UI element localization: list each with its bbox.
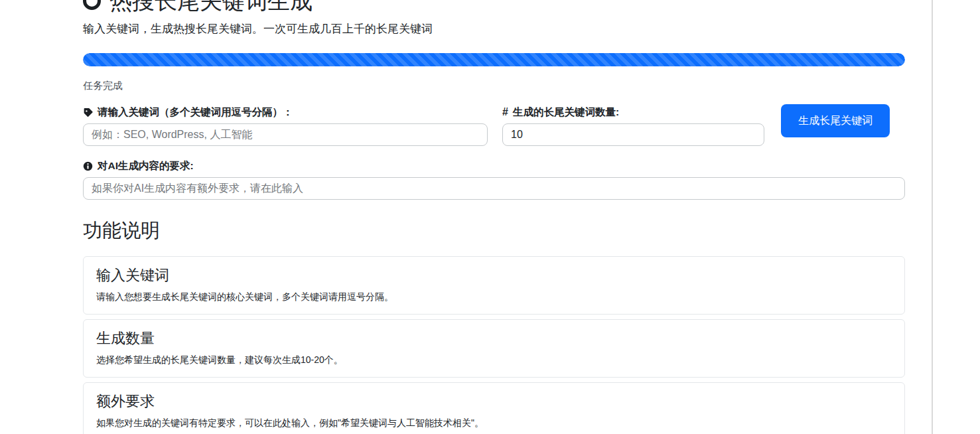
requirements-label-text: 对AI生成内容的要求: — [98, 160, 194, 172]
vertical-divider — [932, 0, 933, 434]
card-title: 额外要求 — [96, 392, 892, 411]
count-field-group: # 生成的长尾关键词数量: — [502, 106, 764, 146]
progress-track — [83, 53, 905, 66]
feature-card-keywords: 输入关键词 请输入您想要生成长尾关键词的核心关键词，多个关键词请用逗号分隔。 — [83, 256, 905, 315]
card-title: 输入关键词 — [96, 265, 892, 285]
feature-card-count: 生成数量 选择您希望生成的长尾关键词数量，建议每次生成10-20个。 — [83, 319, 905, 378]
hash-icon: # — [502, 106, 508, 118]
generate-button-column: 生成长尾关键词 — [781, 106, 890, 137]
card-description: 选择您希望生成的长尾关键词数量，建议每次生成10-20个。 — [96, 354, 892, 366]
keywords-label: 请输入关键词（多个关键词用逗号分隔）： — [83, 106, 488, 118]
keywords-input[interactable] — [83, 123, 488, 146]
count-input[interactable] — [502, 123, 764, 146]
main-content: 热搜长尾关键词生成 输入关键词，生成热搜长尾关键词。一次可生成几百上千的长尾关键… — [83, 0, 905, 434]
card-title: 生成数量 — [96, 328, 892, 348]
page-title: 热搜长尾关键词生成 — [83, 0, 905, 15]
task-status-text: 任务完成 — [83, 80, 905, 92]
feature-card-requirements: 额外要求 如果您对生成的关键词有特定要求，可以在此处输入，例如"希望关键词与人工… — [83, 382, 905, 434]
keywords-label-text: 请输入关键词（多个关键词用逗号分隔）： — [98, 106, 293, 118]
progress-bar — [83, 53, 905, 66]
page-subtitle: 输入关键词，生成热搜长尾关键词。一次可生成几百上千的长尾关键词 — [83, 21, 905, 36]
count-label: # 生成的长尾关键词数量: — [502, 106, 764, 118]
info-icon — [83, 161, 93, 171]
card-description: 请输入您想要生成长尾关键词的核心关键词，多个关键词请用逗号分隔。 — [96, 291, 892, 303]
hot-search-ring-icon — [83, 0, 101, 10]
features-heading: 功能说明 — [83, 218, 905, 244]
page-title-text: 热搜长尾关键词生成 — [109, 0, 313, 15]
feature-cards: 输入关键词 请输入您想要生成长尾关键词的核心关键词，多个关键词请用逗号分隔。 生… — [83, 256, 905, 434]
keywords-field-group: 请输入关键词（多个关键词用逗号分隔）： — [83, 106, 488, 146]
tag-icon — [83, 108, 93, 117]
requirements-input[interactable] — [83, 177, 905, 200]
card-description: 如果您对生成的关键词有特定要求，可以在此处输入，例如"希望关键词与人工智能技术相… — [96, 417, 892, 429]
generate-button[interactable]: 生成长尾关键词 — [781, 104, 890, 137]
count-label-text: 生成的长尾关键词数量: — [513, 106, 619, 118]
requirements-field-group: 对AI生成内容的要求: — [83, 160, 905, 200]
requirements-label: 对AI生成内容的要求: — [83, 160, 905, 172]
keyword-form-row: 请输入关键词（多个关键词用逗号分隔）： # 生成的长尾关键词数量: 生成长尾关键… — [83, 106, 905, 146]
